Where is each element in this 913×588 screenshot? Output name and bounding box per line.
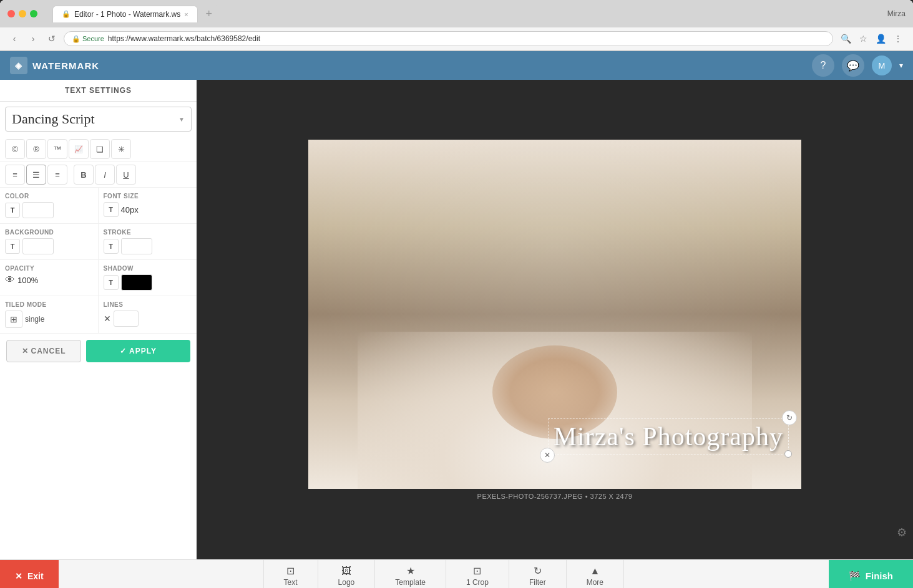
tiled-mode-group: TILED MODE ⊞ single xyxy=(0,296,99,334)
user-avatar[interactable]: M xyxy=(872,55,892,75)
refresh-btn[interactable]: ↺ xyxy=(45,32,59,46)
maximize-window-btn[interactable] xyxy=(30,10,37,17)
opacity-value: 100% xyxy=(17,276,38,285)
stroke-picker[interactable] xyxy=(121,238,152,254)
new-tab-btn[interactable]: + xyxy=(200,5,218,22)
text-toolbar-icon: ⊡ xyxy=(286,565,295,577)
tab-close-btn[interactable]: × xyxy=(184,11,188,18)
logo-icon: ◈ xyxy=(10,57,27,74)
logo-toolbar-icon: 🖼 xyxy=(341,566,351,577)
stroke-text-icon: T xyxy=(104,239,119,254)
copyright-symbol-btn[interactable]: © xyxy=(5,139,25,159)
background-picker[interactable] xyxy=(22,238,54,254)
toolbar-item-more[interactable]: ▲ More xyxy=(567,560,624,589)
bold-btn[interactable]: B xyxy=(74,165,94,185)
search-icon-btn[interactable]: 🔍 xyxy=(838,31,853,46)
minimize-window-btn[interactable] xyxy=(19,10,26,17)
copy-icon-btn[interactable]: ❏ xyxy=(90,139,110,159)
finish-button[interactable]: 🏁 Finish xyxy=(829,560,913,588)
more-toolbar-icon: ▲ xyxy=(590,566,600,577)
close-window-btn[interactable] xyxy=(7,10,15,17)
toolbar-item-filter[interactable]: ↻ Filter xyxy=(509,560,567,589)
toolbar-item-template[interactable]: ★ Template xyxy=(375,560,446,589)
tiled-grid-icon-btn[interactable]: ⊞ xyxy=(5,311,22,328)
watermark-container[interactable]: Mirza's Photography ↻ ✕ xyxy=(548,418,789,455)
user-name-display: Mirza xyxy=(887,9,906,18)
settings-panel: TEXT SETTINGS Dancing Script ▼ © ® ™ 📈 ❏… xyxy=(0,80,197,559)
font-size-control: T 40px xyxy=(104,202,192,217)
crop-toolbar-icon: ⊡ xyxy=(473,565,481,577)
lines-control: ✕ xyxy=(104,311,192,327)
back-btn[interactable]: ‹ xyxy=(7,32,21,46)
lines-group: LINES ✕ xyxy=(99,296,197,334)
toolbar-items: ⊡ Text 🖼 Logo ★ Template ⊡ 1 Crop ↻ Filt… xyxy=(59,560,829,589)
chart-icon-btn[interactable]: 📈 xyxy=(69,139,89,159)
lines-input[interactable] xyxy=(114,311,139,327)
lines-x-icon: ✕ xyxy=(104,314,111,324)
opacity-group: OPACITY 👁 100% xyxy=(0,260,99,296)
align-right-btn[interactable]: ≡ xyxy=(47,165,67,185)
color-group: COLOR T xyxy=(0,188,99,224)
settings-grid: COLOR T FONT SIZE T 40px BACKGR xyxy=(0,188,197,334)
background-label: BACKGROUND xyxy=(5,229,93,236)
shadow-control: T xyxy=(104,274,192,291)
apply-button[interactable]: ✓ APPLY xyxy=(86,340,190,362)
trademark-symbol-btn[interactable]: ™ xyxy=(47,139,67,159)
registered-symbol-btn[interactable]: ® xyxy=(26,139,46,159)
menu-icon-btn[interactable]: ⋮ xyxy=(891,31,906,46)
stroke-label: STROKE xyxy=(104,229,192,236)
active-tab[interactable]: 🔒 Editor - 1 Photo - Watermark.ws × xyxy=(52,6,198,22)
rotate-handle[interactable]: ↻ xyxy=(782,410,797,425)
help-btn[interactable]: ? xyxy=(812,54,834,77)
font-dropdown-arrow: ▼ xyxy=(178,116,185,123)
stroke-control: T xyxy=(104,238,192,254)
avatar-chevron[interactable]: ▾ xyxy=(899,61,903,70)
forward-btn[interactable]: › xyxy=(26,32,40,46)
shadow-picker[interactable] xyxy=(121,274,152,291)
crop-toolbar-label: 1 Crop xyxy=(466,578,489,587)
filter-toolbar-label: Filter xyxy=(529,578,546,587)
tab-bar: 🔒 Editor - 1 Photo - Watermark.ws × + xyxy=(52,5,218,22)
chat-btn[interactable]: 💬 xyxy=(842,54,864,77)
font-selector[interactable]: Dancing Script ▼ xyxy=(5,107,192,132)
bottom-toolbar: ✕ Exit ⊡ Text 🖼 Logo ★ Template ⊡ 1 Crop… xyxy=(0,559,913,588)
color-label: COLOR xyxy=(5,193,93,200)
more-toolbar-label: More xyxy=(587,578,603,587)
settings-gear-btn[interactable]: ⚙ xyxy=(897,526,907,539)
font-size-value: 40px xyxy=(121,205,139,214)
delete-handle[interactable]: ✕ xyxy=(540,448,555,463)
scale-handle[interactable] xyxy=(784,450,792,458)
color-control: T xyxy=(5,202,93,218)
secure-label: 🔒 Secure xyxy=(72,35,104,43)
tab-favicon: 🔒 xyxy=(62,10,71,18)
font-size-text-icon: T xyxy=(104,202,119,217)
toolbar-item-crop[interactable]: ⊡ 1 Crop xyxy=(446,560,509,589)
logo-text: WATERMARK xyxy=(32,60,99,71)
symbol-row: © ® ™ 📈 ❏ ✳ xyxy=(0,137,197,162)
template-toolbar-icon: ★ xyxy=(406,565,415,577)
toolbar-item-logo[interactable]: 🖼 Logo xyxy=(318,560,376,589)
exit-label: Exit xyxy=(27,571,44,581)
color-picker[interactable] xyxy=(22,202,54,218)
exit-button[interactable]: ✕ Exit xyxy=(0,560,59,588)
cancel-button[interactable]: ✕ CANCEL xyxy=(6,340,81,362)
underline-btn[interactable]: U xyxy=(116,165,136,185)
background-text-icon: T xyxy=(5,239,20,254)
filter-toolbar-icon: ↻ xyxy=(534,565,542,577)
font-size-group: FONT SIZE T 40px xyxy=(99,188,197,224)
align-center-btn[interactable]: ☰ xyxy=(26,165,46,185)
photo-canvas[interactable]: Mirza's Photography ↻ ✕ xyxy=(308,140,801,489)
text-toolbar-label: Text xyxy=(284,578,298,587)
watermark-text: Mirza's Photography xyxy=(554,422,783,451)
italic-btn[interactable]: I xyxy=(95,165,115,185)
align-left-btn[interactable]: ≡ xyxy=(5,165,25,185)
nav-icons: 🔍 ☆ 👤 ⋮ xyxy=(838,31,906,46)
font-size-label: FONT SIZE xyxy=(104,193,192,200)
template-toolbar-label: Template xyxy=(395,578,426,587)
bookmark-icon-btn[interactable]: ☆ xyxy=(856,31,871,46)
sparkle-icon-btn[interactable]: ✳ xyxy=(111,139,131,159)
address-bar[interactable]: 🔒 Secure https://www.watermark.ws/batch/… xyxy=(64,31,833,46)
profile-icon-btn[interactable]: 👤 xyxy=(873,31,888,46)
toolbar-item-text[interactable]: ⊡ Text xyxy=(263,560,318,589)
lines-label: LINES xyxy=(104,301,192,308)
